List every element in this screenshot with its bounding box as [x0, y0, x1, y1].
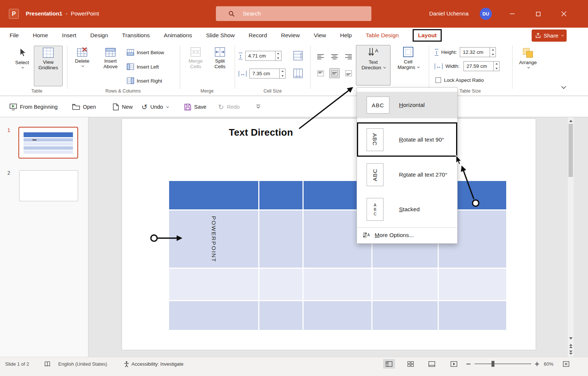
- menu-item-horizontal[interactable]: ABC Horizontal: [357, 92, 457, 118]
- tab-transitions[interactable]: Transitions: [122, 32, 150, 39]
- tab-animations[interactable]: Animations: [164, 32, 192, 39]
- slide-2-thumbnail[interactable]: [19, 170, 78, 201]
- slide-editing-surface[interactable]: Text Direction POWERPOINT: [122, 118, 536, 350]
- share-button[interactable]: Share: [532, 29, 567, 42]
- distribute-columns-button[interactable]: [293, 69, 303, 79]
- align-center-button[interactable]: [329, 52, 340, 62]
- tab-insert[interactable]: Insert: [62, 32, 76, 39]
- table-header-cell[interactable]: [169, 181, 258, 209]
- slide-sorter-view-button[interactable]: [405, 359, 416, 369]
- row-height-spinner[interactable]: [276, 51, 281, 61]
- table-cell[interactable]: [169, 269, 258, 300]
- zoom-in-button[interactable]: [532, 359, 542, 369]
- table-cell[interactable]: [372, 301, 438, 330]
- zoom-out-button[interactable]: [463, 359, 473, 369]
- menu-item-stacked[interactable]: A B C Stacked: [357, 196, 457, 223]
- tab-table-design[interactable]: Table Design: [366, 32, 399, 39]
- table-cell[interactable]: [439, 301, 506, 330]
- slide-1-thumbnail[interactable]: [18, 127, 78, 159]
- tab-review[interactable]: Review: [281, 32, 300, 39]
- tab-record[interactable]: Record: [249, 32, 267, 39]
- slideshow-view-button[interactable]: [448, 359, 460, 369]
- select-button[interactable]: Select: [12, 46, 32, 69]
- save-button[interactable]: Save: [184, 102, 206, 112]
- menu-item-more-options[interactable]: A More Options...: [357, 228, 457, 243]
- tab-home[interactable]: Home: [33, 32, 48, 39]
- distribute-rows-button[interactable]: [293, 51, 303, 62]
- table-cell[interactable]: [259, 269, 302, 300]
- align-bottom-button[interactable]: [343, 68, 354, 78]
- tab-slide-show[interactable]: Slide Show: [206, 32, 235, 39]
- accessibility-button[interactable]: Accessibility: Investigate: [124, 360, 183, 368]
- reading-view-button[interactable]: [426, 359, 438, 369]
- table-cell[interactable]: [304, 301, 371, 330]
- arrange-button[interactable]: Arrange: [514, 46, 542, 69]
- scroll-up-button[interactable]: [568, 118, 574, 124]
- fit-slide-to-window-button[interactable]: [560, 359, 572, 369]
- table-cell-powerpoint[interactable]: POWERPOINT: [169, 210, 258, 268]
- new-button[interactable]: New: [113, 102, 133, 112]
- insert-left-button[interactable]: Insert Left: [127, 62, 159, 71]
- column-width-input[interactable]: 7.35 cm: [249, 69, 280, 79]
- table-width-input[interactable]: 27.59 cm: [463, 61, 494, 71]
- table-cell[interactable]: [169, 301, 258, 330]
- table-cell[interactable]: [259, 210, 302, 268]
- center-vertically-button[interactable]: [329, 68, 340, 78]
- vertical-scrollbar[interactable]: [567, 117, 574, 357]
- table-cell[interactable]: [259, 301, 302, 330]
- customize-toolbar-button[interactable]: [256, 102, 261, 112]
- menu-item-rotate-270[interactable]: ABC Rotate all text 270°: [357, 161, 457, 188]
- tab-layout[interactable]: Layout: [413, 29, 442, 42]
- maximize-button[interactable]: [529, 0, 547, 28]
- search-input[interactable]: Search: [216, 6, 371, 21]
- collapse-ribbon-button[interactable]: [561, 84, 567, 90]
- table-width-spinner[interactable]: [494, 61, 500, 71]
- align-bottom-icon: [345, 70, 352, 76]
- split-cells-button[interactable]: Split Cells: [209, 46, 231, 70]
- table-cell[interactable]: [304, 269, 371, 300]
- table-cell[interactable]: [439, 269, 506, 300]
- close-button[interactable]: [555, 0, 573, 28]
- table-height-input[interactable]: 12.32 cm: [460, 47, 490, 57]
- column-width-spinner[interactable]: [280, 69, 286, 79]
- view-gridlines-button[interactable]: View Gridlines: [34, 46, 63, 86]
- insert-above-button[interactable]: Insert Above: [98, 46, 123, 70]
- user-avatar[interactable]: DU: [480, 8, 492, 20]
- table-cell[interactable]: [372, 269, 438, 300]
- undo-button[interactable]: ↺ Undo: [141, 102, 168, 112]
- from-beginning-button[interactable]: From Beginning: [10, 102, 57, 112]
- lock-aspect-ratio-checkbox[interactable]: [435, 77, 441, 83]
- table-height-spinner[interactable]: [490, 47, 496, 57]
- zoom-slider-track[interactable]: [475, 363, 531, 364]
- zoom-level-button[interactable]: 60%: [544, 360, 553, 368]
- row-height-input[interactable]: 4.71 cm: [245, 51, 276, 61]
- delete-button[interactable]: Delete: [71, 46, 93, 67]
- text-direction-button[interactable]: A Text Direction: [356, 45, 391, 86]
- open-button[interactable]: Open: [72, 102, 96, 112]
- tab-file[interactable]: File: [10, 32, 19, 39]
- tab-help[interactable]: Help: [340, 32, 352, 39]
- tab-design[interactable]: Design: [90, 32, 108, 39]
- normal-view-button[interactable]: [383, 359, 395, 369]
- cell-margins-button[interactable]: Cell Margins: [392, 45, 424, 86]
- menu-item-rotate-90[interactable]: ABC Rotate all text 90°: [357, 122, 457, 157]
- tab-view[interactable]: View: [314, 32, 326, 39]
- table-header-cell[interactable]: [259, 181, 302, 209]
- reading-view-icon: [428, 361, 435, 367]
- minimize-button[interactable]: [504, 0, 521, 28]
- table-width-icon: ↔: [435, 63, 442, 69]
- insert-below-button[interactable]: Insert Below: [127, 48, 164, 57]
- insert-right-button[interactable]: Insert Right: [127, 76, 162, 85]
- next-slide-button[interactable]: [568, 349, 574, 355]
- proofing-button[interactable]: [44, 360, 50, 368]
- scroll-down-button[interactable]: [568, 335, 574, 341]
- zoom-slider-thumb[interactable]: [491, 361, 494, 367]
- align-top-button[interactable]: [315, 68, 326, 78]
- scrollbar-thumb[interactable]: [568, 124, 573, 177]
- language-button[interactable]: English (United States): [58, 360, 107, 368]
- align-right-button[interactable]: [343, 52, 354, 62]
- split-cells-label-2: Cells: [214, 63, 225, 70]
- previous-slide-button[interactable]: [568, 343, 574, 349]
- redo-icon: ↻: [218, 104, 224, 111]
- align-left-button[interactable]: [315, 52, 326, 62]
